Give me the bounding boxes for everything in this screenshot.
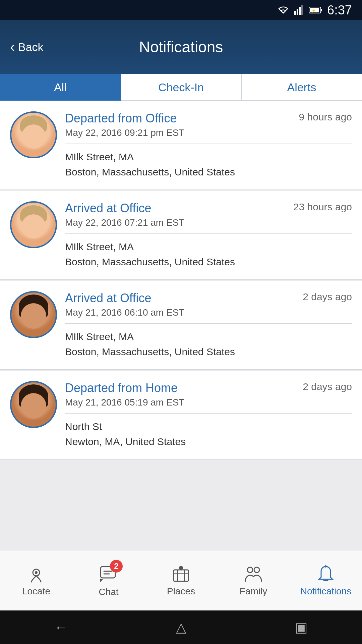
svg-point-18 bbox=[247, 567, 253, 573]
back-button[interactable]: ‹ Back bbox=[10, 39, 44, 55]
notification-content: Arrived at Office 2 days ago May 21, 201… bbox=[65, 291, 352, 359]
notification-item[interactable]: Arrived at Office 23 hours ago May 22, 2… bbox=[0, 191, 362, 280]
svg-rect-1 bbox=[297, 9, 298, 15]
back-label: Back bbox=[18, 41, 44, 54]
nav-item-notifications[interactable]: Notifications bbox=[290, 550, 362, 610]
notification-title: Arrived at Office bbox=[65, 291, 151, 305]
notification-content: Departed from Home 2 days ago May 21, 20… bbox=[65, 381, 352, 449]
notification-datetime: May 21, 2016 06:10 am EST bbox=[65, 307, 352, 324]
nav-item-places[interactable]: Places bbox=[145, 550, 217, 610]
tabs-bar: All Check-In Alerts bbox=[0, 74, 362, 101]
signal-icon bbox=[294, 5, 304, 15]
notification-datetime: May 22, 2016 07:21 am EST bbox=[65, 217, 352, 234]
notification-time-ago: 9 hours ago bbox=[299, 111, 352, 123]
location-line1: MIlk Street, MA bbox=[65, 331, 134, 342]
chat-icon-wrapper: 2 bbox=[99, 564, 118, 584]
svg-rect-2 bbox=[299, 7, 301, 15]
page-title: Notifications bbox=[139, 38, 223, 56]
location-line2: Boston, Massachusetts, United States bbox=[65, 346, 235, 357]
android-home-button[interactable]: △ bbox=[176, 620, 186, 635]
back-arrow-icon: ‹ bbox=[10, 39, 15, 55]
avatar bbox=[10, 381, 57, 428]
location-line1: MIlk Street, MA bbox=[65, 241, 134, 252]
notification-header-row: Departed from Home 2 days ago bbox=[65, 381, 352, 395]
location-line2: Newton, MA, United States bbox=[65, 436, 186, 447]
notification-item[interactable]: Arrived at Office 2 days ago May 21, 201… bbox=[0, 281, 362, 370]
notification-header-row: Arrived at Office 2 days ago bbox=[65, 291, 352, 305]
notification-location: North St Newton, MA, United States bbox=[65, 419, 352, 449]
notification-datetime: May 22, 2016 09:21 pm EST bbox=[65, 127, 352, 144]
notification-item[interactable]: Departed from Home 2 days ago May 21, 20… bbox=[0, 371, 362, 460]
location-line1: MIlk Street, MA bbox=[65, 151, 134, 162]
notification-content: Departed from Office 9 hours ago May 22,… bbox=[65, 111, 352, 179]
avatar bbox=[10, 201, 57, 248]
battery-icon: ⚡ bbox=[309, 6, 322, 14]
wifi-icon bbox=[277, 5, 290, 15]
svg-rect-3 bbox=[301, 5, 303, 15]
notification-location: MIlk Street, MA Boston, Massachusetts, U… bbox=[65, 329, 352, 359]
location-line2: Boston, Massachusetts, United States bbox=[65, 256, 235, 267]
family-icon bbox=[244, 565, 263, 583]
svg-rect-5 bbox=[321, 9, 322, 11]
svg-text:⚡: ⚡ bbox=[311, 8, 316, 13]
nav-label-family: Family bbox=[240, 586, 267, 597]
nav-label-locate: Locate bbox=[22, 586, 50, 597]
notifications-icon bbox=[316, 565, 335, 583]
bottom-nav: Locate 2 Chat Places bbox=[0, 550, 362, 610]
notification-content: Arrived at Office 23 hours ago May 22, 2… bbox=[65, 201, 352, 269]
notification-title: Arrived at Office bbox=[65, 201, 151, 215]
avatar bbox=[10, 291, 57, 338]
notification-time-ago: 23 hours ago bbox=[293, 201, 352, 213]
notification-title: Departed from Home bbox=[65, 381, 178, 395]
notifications-list: Departed from Office 9 hours ago May 22,… bbox=[0, 101, 362, 550]
tab-alerts[interactable]: Alerts bbox=[241, 74, 362, 101]
nav-label-chat: Chat bbox=[99, 587, 118, 597]
locate-icon bbox=[27, 565, 46, 583]
nav-label-places: Places bbox=[167, 586, 195, 597]
nav-item-locate[interactable]: Locate bbox=[0, 550, 72, 610]
status-bar: ⚡ 6:37 bbox=[0, 0, 362, 20]
notification-time-ago: 2 days ago bbox=[303, 291, 352, 303]
android-nav-bar: ← △ ▣ bbox=[0, 610, 362, 644]
location-line2: Boston, Massachusetts, United States bbox=[65, 166, 235, 177]
chat-badge: 2 bbox=[110, 560, 123, 573]
notification-item[interactable]: Departed from Office 9 hours ago May 22,… bbox=[0, 101, 362, 190]
places-icon bbox=[172, 565, 190, 583]
tab-all[interactable]: All bbox=[0, 74, 121, 101]
location-line1: North St bbox=[65, 421, 102, 432]
notification-time-ago: 2 days ago bbox=[303, 381, 352, 392]
notification-header-row: Departed from Office 9 hours ago bbox=[65, 111, 352, 125]
avatar bbox=[10, 111, 57, 158]
notification-location: MIlk Street, MA Boston, Massachusetts, U… bbox=[65, 239, 352, 269]
tab-checkin[interactable]: Check-In bbox=[121, 74, 241, 101]
status-time: 6:37 bbox=[327, 3, 352, 17]
svg-point-19 bbox=[254, 567, 259, 573]
svg-point-17 bbox=[179, 566, 183, 570]
notification-datetime: May 21, 2016 05:19 am EST bbox=[65, 397, 352, 414]
header: ‹ Back Notifications bbox=[0, 20, 362, 74]
nav-label-notifications: Notifications bbox=[300, 586, 352, 597]
android-recents-button[interactable]: ▣ bbox=[295, 620, 308, 635]
svg-rect-0 bbox=[294, 11, 296, 15]
nav-item-chat[interactable]: 2 Chat bbox=[72, 550, 145, 610]
status-icons: ⚡ 6:37 bbox=[277, 3, 352, 17]
android-back-button[interactable]: ← bbox=[54, 620, 68, 635]
nav-item-family[interactable]: Family bbox=[217, 550, 290, 610]
svg-point-9 bbox=[35, 571, 38, 574]
notification-location: MIlk Street, MA Boston, Massachusetts, U… bbox=[65, 149, 352, 179]
notification-header-row: Arrived at Office 23 hours ago bbox=[65, 201, 352, 215]
notification-title: Departed from Office bbox=[65, 111, 177, 125]
